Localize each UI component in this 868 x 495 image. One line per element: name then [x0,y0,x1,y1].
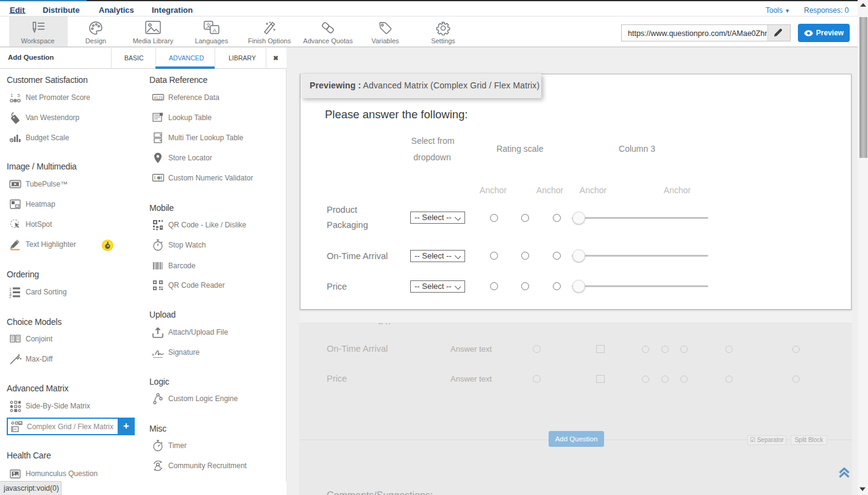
svg-text:5: 5 [18,93,21,98]
svg-text:A: A [213,27,216,34]
svg-text:x: x [152,352,154,357]
svg-text:✱: ✱ [157,175,162,181]
svg-text:文: 文 [206,23,212,29]
svg-text:$: $ [10,138,13,143]
svg-text:1: 1 [10,93,13,98]
svg-text:2: 2 [9,294,12,298]
svg-text:#123: #123 [154,96,163,100]
